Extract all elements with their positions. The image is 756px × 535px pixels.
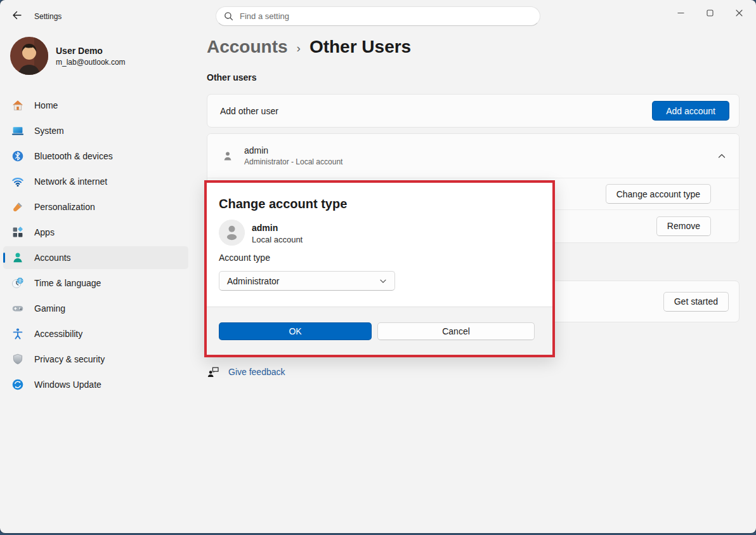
- account-type-label: Account type: [219, 253, 270, 263]
- minimize-button[interactable]: [666, 0, 695, 25]
- sidebar-item-label: System: [34, 126, 64, 136]
- sidebar-item-label: Bluetooth & devices: [34, 151, 113, 161]
- accessibility-person-icon: [11, 327, 24, 340]
- chevron-down-icon: [379, 277, 387, 285]
- breadcrumb-separator-icon: ›: [297, 39, 301, 55]
- sidebar-item-label: Time & language: [34, 278, 101, 288]
- network-wifi-icon: [11, 175, 24, 188]
- dialog-footer: OK Cancel: [207, 307, 552, 355]
- sidebar-item-windows-update[interactable]: Windows Update: [3, 373, 188, 396]
- remove-account-button[interactable]: Remove: [656, 216, 711, 236]
- dialog-title: Change account type: [219, 197, 347, 211]
- user-avatar: [10, 37, 48, 75]
- sidebar-item-bluetooth-devices[interactable]: Bluetooth & devices: [3, 145, 188, 168]
- maximize-button[interactable]: [695, 0, 724, 25]
- sidebar-item-apps[interactable]: Apps: [3, 221, 188, 244]
- sidebar-item-label: Gaming: [34, 303, 65, 314]
- windows-update-icon: [11, 378, 24, 391]
- feedback-person-chat-icon: [207, 366, 219, 378]
- profile-text: User Demo m_lab@outlook.com: [56, 46, 126, 67]
- back-button[interactable]: [8, 8, 25, 24]
- time-language-icon: [11, 277, 24, 289]
- sidebar-item-network-internet[interactable]: Network & internet: [3, 170, 188, 193]
- sidebar-item-accessibility[interactable]: Accessibility: [3, 322, 188, 345]
- sidebar-item-system[interactable]: System: [3, 119, 188, 142]
- privacy-shield-icon: [11, 353, 24, 366]
- sidebar-item-label: Personalization: [34, 202, 95, 212]
- get-started-button[interactable]: Get started: [663, 292, 729, 312]
- close-button[interactable]: [724, 0, 753, 25]
- sidebar-item-label: Privacy & security: [34, 354, 105, 364]
- minimize-icon: [677, 10, 684, 17]
- sidebar-item-personalization[interactable]: Personalization: [3, 195, 188, 218]
- annotation-highlight-box: Change account type admin Local account …: [204, 180, 555, 357]
- sidebar-item-time-language[interactable]: Time & language: [3, 272, 188, 294]
- search-icon: [224, 11, 233, 21]
- dialog-user-avatar: [219, 220, 245, 246]
- other-users-section-label: Other users: [207, 72, 257, 83]
- profile-name: User Demo: [56, 46, 126, 56]
- sidebar-item-label: Accessibility: [34, 329, 82, 339]
- sidebar-item-label: Home: [34, 100, 58, 110]
- search-input[interactable]: [240, 11, 532, 21]
- add-account-button[interactable]: Add account: [652, 101, 729, 121]
- apps-icon: [11, 226, 24, 239]
- add-other-user-card: Add other user Add account: [207, 94, 740, 128]
- home-icon: [11, 99, 24, 112]
- change-account-type-button[interactable]: Change account type: [606, 184, 711, 204]
- sidebar-item-label: Network & internet: [34, 176, 107, 187]
- sidebar-item-label: Accounts: [34, 253, 71, 263]
- sidebar-nav: Home System Bluetooth & devices Network …: [3, 94, 188, 396]
- selected-indicator: [3, 253, 5, 263]
- sidebar-item-gaming[interactable]: Gaming: [3, 297, 188, 320]
- close-icon: [736, 10, 743, 17]
- chevron-up-icon[interactable]: [717, 152, 726, 161]
- user-profile[interactable]: User Demo m_lab@outlook.com: [10, 37, 188, 75]
- search-box[interactable]: [216, 6, 540, 26]
- dialog-user-type: Local account: [252, 235, 303, 244]
- window-controls: [666, 0, 753, 27]
- change-account-type-dialog: Change account type admin Local account …: [207, 183, 552, 355]
- profile-email: m_lab@outlook.com: [56, 58, 126, 67]
- page-title: Other Users: [310, 37, 411, 57]
- admin-account-row[interactable]: admin Administrator - Local account: [207, 134, 739, 178]
- admin-account-text: admin Administrator - Local account: [244, 145, 342, 166]
- bluetooth-icon: [11, 150, 24, 162]
- back-arrow-icon: [11, 10, 22, 22]
- sidebar-item-home[interactable]: Home: [3, 94, 188, 117]
- ok-button[interactable]: OK: [219, 322, 372, 340]
- cancel-button[interactable]: Cancel: [377, 322, 535, 340]
- user-silhouette-icon: [221, 150, 234, 162]
- admin-account-name: admin: [244, 145, 342, 155]
- add-other-user-label: Add other user: [220, 106, 278, 116]
- desktop-background: Settings: [0, 0, 756, 535]
- settings-window: Settings: [0, 0, 756, 533]
- gaming-controller-icon: [11, 302, 24, 315]
- sidebar-item-privacy-security[interactable]: Privacy & security: [3, 348, 188, 371]
- personalization-brush-icon: [11, 201, 24, 213]
- sidebar-item-accounts[interactable]: Accounts: [3, 246, 188, 269]
- system-icon: [11, 124, 24, 137]
- maximize-icon: [707, 10, 714, 17]
- give-feedback-link[interactable]: Give feedback: [228, 367, 285, 377]
- account-type-dropdown[interactable]: Administrator: [219, 271, 395, 291]
- accounts-icon: [11, 251, 24, 264]
- sidebar-item-label: Windows Update: [34, 380, 101, 390]
- account-type-dropdown-value: Administrator: [227, 276, 279, 286]
- app-title: Settings: [34, 12, 62, 21]
- sidebar-item-label: Apps: [34, 227, 55, 237]
- breadcrumb: Accounts › Other Users: [207, 37, 411, 57]
- admin-account-description: Administrator - Local account: [244, 157, 342, 166]
- breadcrumb-accounts[interactable]: Accounts: [207, 37, 288, 57]
- dialog-user-name: admin: [252, 223, 278, 233]
- give-feedback[interactable]: Give feedback: [207, 366, 285, 378]
